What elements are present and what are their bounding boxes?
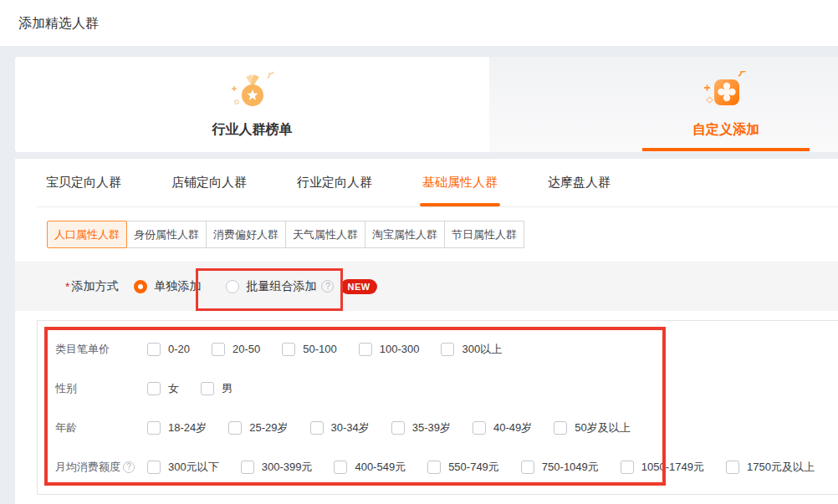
checkbox-option[interactable]: 0-20 bbox=[147, 343, 190, 356]
checkbox-label: 1750元及以上 bbox=[747, 460, 815, 475]
checkbox-option[interactable]: 40-49岁 bbox=[473, 420, 532, 435]
checkbox-label: 50-100 bbox=[303, 343, 336, 355]
filter-row-label: 月均消费额度 ? bbox=[55, 460, 147, 475]
checkbox[interactable] bbox=[726, 461, 739, 474]
puzzle-icon bbox=[699, 71, 753, 118]
checkbox[interactable] bbox=[147, 421, 161, 435]
main-card: 宝贝定向人群 店铺定向人群 行业定向人群 基础属性人群 达摩盘人群 人口属性人群… bbox=[15, 159, 838, 504]
radio-button-unselected[interactable] bbox=[226, 280, 239, 293]
checkbox-label: 35-39岁 bbox=[412, 420, 451, 435]
checkbox-option[interactable]: 1050-1749元 bbox=[621, 460, 704, 475]
checkbox[interactable] bbox=[310, 421, 324, 435]
subtab-button[interactable]: 天气属性人群 bbox=[285, 221, 365, 248]
checkbox-label: 18-24岁 bbox=[168, 420, 207, 435]
checkbox[interactable] bbox=[473, 421, 486, 435]
subtab-button-active[interactable]: 人口属性人群 bbox=[47, 221, 127, 248]
page: 添加精选人群 行业人群榜单 bbox=[0, 0, 838, 504]
checkbox-option[interactable]: 50-100 bbox=[282, 343, 336, 356]
tab-item[interactable]: 店铺定向人群 bbox=[171, 159, 247, 206]
help-icon[interactable]: ? bbox=[321, 280, 334, 293]
checkbox-option[interactable]: 18-24岁 bbox=[147, 420, 207, 435]
required-asterisk: * bbox=[65, 280, 69, 293]
checkbox[interactable] bbox=[334, 461, 347, 474]
crowd-type-tabs: 宝贝定向人群 店铺定向人群 行业定向人群 基础属性人群 达摩盘人群 bbox=[15, 159, 838, 206]
mode-tab-industry-ranking[interactable]: 行业人群榜单 bbox=[15, 57, 489, 152]
checkbox[interactable] bbox=[241, 461, 254, 474]
checkbox-option[interactable]: 20-50 bbox=[212, 343, 260, 356]
subtab-button[interactable]: 消费偏好人群 bbox=[206, 221, 286, 248]
new-badge: NEW bbox=[340, 279, 376, 294]
subtab-button[interactable]: 身份属性人群 bbox=[126, 221, 207, 248]
checkbox[interactable] bbox=[228, 421, 242, 435]
tab-item-active[interactable]: 基础属性人群 bbox=[422, 159, 498, 206]
checkbox-option[interactable]: 1750元及以上 bbox=[726, 460, 815, 475]
filter-row-label: 性别 bbox=[55, 381, 147, 396]
tab-label: 行业定向人群 bbox=[297, 175, 372, 191]
subtab-button[interactable]: 淘宝属性人群 bbox=[365, 221, 445, 248]
mode-tab-label: 自定义添加 bbox=[692, 121, 759, 139]
checkbox-option[interactable]: 300元以下 bbox=[147, 460, 219, 475]
add-mode-label: 添加方式 bbox=[71, 279, 118, 294]
checkbox-label: 40-49岁 bbox=[493, 420, 532, 435]
checkbox[interactable] bbox=[359, 343, 372, 356]
checkbox-label: 400-549元 bbox=[355, 460, 406, 475]
radio-option-single-add[interactable]: 单独添加 bbox=[134, 279, 201, 294]
checkbox-label: 100-300 bbox=[380, 343, 420, 355]
mode-tab-custom-add[interactable]: 自定义添加 bbox=[489, 57, 838, 152]
page-header: 添加精选人群 bbox=[0, 0, 838, 46]
checkbox[interactable] bbox=[441, 343, 454, 356]
checkbox-label: 50岁及以上 bbox=[575, 420, 630, 435]
checkbox-option[interactable]: 35-39岁 bbox=[391, 420, 451, 435]
checkbox[interactable] bbox=[147, 343, 161, 356]
checkbox-option[interactable]: 300-399元 bbox=[241, 460, 313, 475]
checkbox[interactable] bbox=[554, 421, 567, 435]
checkbox-option[interactable]: 400-549元 bbox=[334, 460, 406, 475]
filter-row-label: 年龄 bbox=[55, 420, 147, 435]
checkbox-option[interactable]: 男 bbox=[201, 381, 232, 396]
tabs-divider bbox=[37, 206, 838, 207]
checkbox[interactable] bbox=[391, 421, 405, 435]
checkbox[interactable] bbox=[521, 461, 534, 474]
checkbox[interactable] bbox=[621, 461, 634, 474]
checkbox-label: 300-399元 bbox=[262, 460, 313, 475]
active-tab-underline bbox=[642, 148, 810, 151]
checkbox-option[interactable]: 750-1049元 bbox=[521, 460, 599, 475]
checkbox[interactable] bbox=[282, 343, 295, 356]
checkbox-option[interactable]: 300以上 bbox=[441, 342, 502, 357]
filter-row-age: 年龄 18-24岁 25-29岁 30-34岁 35-39岁 40-49岁 50… bbox=[38, 408, 838, 447]
radio-label: 单独添加 bbox=[154, 279, 201, 294]
checkbox[interactable] bbox=[427, 461, 441, 474]
radio-button-selected[interactable] bbox=[134, 280, 147, 293]
radio-label: 批量组合添加 bbox=[246, 279, 316, 294]
checkbox-label: 300以上 bbox=[462, 342, 502, 357]
checkbox-label: 1050-1749元 bbox=[641, 460, 704, 475]
options-group: 女 男 bbox=[147, 381, 254, 396]
checkbox[interactable] bbox=[212, 343, 225, 356]
checkbox-label: 30-34岁 bbox=[331, 420, 370, 435]
add-mode-row: * 添加方式 单独添加 批量组合添加 ? NEW bbox=[15, 262, 838, 311]
tab-item[interactable]: 行业定向人群 bbox=[297, 159, 372, 206]
checkbox-option[interactable]: 550-749元 bbox=[427, 460, 499, 475]
checkbox-option[interactable]: 50岁及以上 bbox=[554, 420, 630, 435]
checkbox-label: 300元以下 bbox=[168, 460, 219, 475]
checkbox-option[interactable]: 30-34岁 bbox=[310, 420, 370, 435]
checkbox-option[interactable]: 100-300 bbox=[359, 343, 420, 356]
tab-item[interactable]: 宝贝定向人群 bbox=[46, 159, 121, 206]
medal-icon bbox=[226, 71, 279, 118]
options-group: 300元以下 300-399元 400-549元 550-749元 750-10… bbox=[147, 460, 836, 475]
checkbox[interactable] bbox=[201, 382, 214, 395]
checkbox[interactable] bbox=[147, 461, 161, 474]
checkbox-option[interactable]: 25-29岁 bbox=[228, 420, 288, 435]
checkbox-label: 女 bbox=[168, 381, 179, 396]
tab-label: 宝贝定向人群 bbox=[46, 175, 121, 191]
radio-option-batch-add[interactable]: 批量组合添加 ? NEW bbox=[226, 279, 376, 294]
checkbox-option[interactable]: 女 bbox=[147, 381, 179, 396]
checkbox-label: 550-749元 bbox=[448, 460, 499, 475]
subtab-button[interactable]: 节日属性人群 bbox=[444, 221, 524, 248]
tab-label: 基础属性人群 bbox=[422, 175, 498, 191]
tab-item[interactable]: 达摩盘人群 bbox=[548, 159, 611, 206]
help-icon[interactable]: ? bbox=[123, 461, 135, 473]
checkbox[interactable] bbox=[147, 382, 161, 395]
filter-row-price: 类目笔单价 0-20 20-50 50-100 100-300 300以上 bbox=[38, 329, 838, 369]
options-group: 0-20 20-50 50-100 100-300 300以上 bbox=[147, 342, 524, 357]
